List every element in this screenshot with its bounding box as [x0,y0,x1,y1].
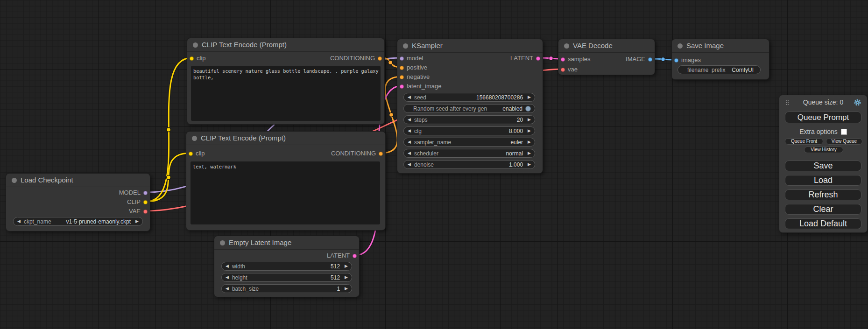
view-queue-button[interactable]: View Queue [826,138,862,145]
view-history-button[interactable]: View History [804,147,843,153]
queue-front-button[interactable]: Queue Front [785,138,823,145]
cfg-widget[interactable]: ◀ cfg 8.000 ▶ [403,126,535,135]
node-title-bar[interactable]: Empty Latent Image [214,236,359,250]
latent-output-port[interactable] [353,254,357,258]
increment-arrow-icon[interactable]: ▶ [528,162,531,167]
width-widget[interactable]: ◀ width 512 ▶ [221,262,352,271]
height-widget[interactable]: ◀ height 512 ▶ [221,273,352,282]
decrement-arrow-icon[interactable]: ◀ [408,151,411,155]
node-collapse-dot[interactable] [564,43,569,49]
clip-input-port[interactable] [190,56,194,61]
clip-input-port[interactable] [189,152,193,156]
load-button[interactable]: Load [785,175,861,186]
decrement-arrow-icon[interactable]: ◀ [408,140,411,144]
node-collapse-dot[interactable] [220,240,225,245]
node-title-bar[interactable]: Save Image [672,39,769,53]
node-collapse-dot[interactable] [192,136,197,141]
vae-output-port[interactable] [143,210,148,214]
node-title-bar[interactable]: Load Checkpoint [6,174,150,187]
increment-arrow-icon[interactable]: ▶ [528,95,531,99]
filename-prefix-widget[interactable]: filename_prefix ComfyUI [677,65,761,74]
clear-button[interactable]: Clear [785,204,861,215]
increment-arrow-icon[interactable]: ▶ [528,129,531,133]
steps-widget[interactable]: ◀ steps 20 ▶ [403,115,535,124]
increment-arrow-icon[interactable]: ▶ [135,219,139,224]
node-collapse-dot[interactable] [12,178,17,183]
negative-prompt-textarea[interactable]: text, watermark [191,161,380,224]
decrement-arrow-icon[interactable]: ◀ [408,129,411,133]
input-slot-clip[interactable]: clip [186,149,205,158]
input-slot-model[interactable]: model [397,54,423,63]
positive-input-port[interactable] [400,66,404,70]
node-vae-decode[interactable]: VAE Decode samples vae IMAGE [558,39,655,75]
output-slot-image[interactable]: IMAGE [626,55,655,64]
decrement-arrow-icon[interactable]: ◀ [226,264,229,268]
latent-image-input-port[interactable] [400,84,404,89]
vae-input-port[interactable] [561,68,565,72]
settings-gear-icon[interactable] [854,98,861,106]
node-collapse-dot[interactable] [193,42,198,48]
model-input-port[interactable] [400,56,404,61]
node-empty-latent-image[interactable]: Empty Latent Image LATENT ◀ width 512 ▶ … [214,236,360,297]
load-default-button[interactable]: Load Default [785,218,861,229]
increment-arrow-icon[interactable]: ▶ [345,264,348,268]
images-input-port[interactable] [674,58,678,63]
clip-output-port[interactable] [143,200,148,204]
random-seed-toggle[interactable]: Random seed after every gen enabled [403,104,535,113]
output-slot-clip[interactable]: CLIP [127,197,150,207]
denoise-widget[interactable]: ◀ denoise 1.000 ▶ [403,160,535,169]
positive-prompt-textarea[interactable]: beautiful scenery nature glass bottle la… [191,66,381,121]
node-graph-canvas[interactable]: Load Checkpoint MODEL CLIP VAE ◀ ckpt_na… [0,0,868,329]
output-slot-model[interactable]: MODEL [119,188,150,197]
node-save-image[interactable]: Save Image images filename_prefix ComfyU… [671,39,769,80]
sampler-name-widget[interactable]: ◀ sampler_name euler ▶ [403,138,535,147]
output-slot-latent[interactable]: LATENT [510,54,543,63]
increment-arrow-icon[interactable]: ▶ [528,118,531,122]
output-slot-conditioning[interactable]: CONDITIONING [330,54,384,63]
input-slot-clip[interactable]: clip [187,54,206,63]
batch-size-widget[interactable]: ◀ batch_size 1 ▶ [221,284,352,293]
input-slot-vae[interactable]: vae [558,65,578,74]
output-slot-conditioning[interactable]: CONDITIONING [331,149,385,158]
node-title-bar[interactable]: VAE Decode [558,39,655,53]
extra-options-checkbox[interactable] [841,129,847,135]
decrement-arrow-icon[interactable]: ◀ [408,162,411,167]
scheduler-widget[interactable]: ◀ scheduler normal ▶ [403,149,535,158]
node-collapse-dot[interactable] [403,43,408,49]
increment-arrow-icon[interactable]: ▶ [528,151,531,155]
decrement-arrow-icon[interactable]: ◀ [226,287,229,291]
conditioning-output-port[interactable] [379,152,383,156]
increment-arrow-icon[interactable]: ▶ [345,275,348,280]
model-output-port[interactable] [143,191,148,195]
negative-input-port[interactable] [400,75,404,79]
input-slot-samples[interactable]: samples [558,55,590,64]
save-button[interactable]: Save [785,161,861,171]
conditioning-output-port[interactable] [378,56,382,61]
queue-prompt-button[interactable]: Queue Prompt [785,112,861,123]
input-slot-positive[interactable]: positive [397,63,427,72]
node-title-bar[interactable]: CLIP Text Encode (Prompt) [186,132,385,145]
node-load-checkpoint[interactable]: Load Checkpoint MODEL CLIP VAE ◀ ckpt_na… [6,173,150,231]
decrement-arrow-icon[interactable]: ◀ [408,118,411,122]
input-slot-negative[interactable]: negative [397,72,430,82]
input-slot-images[interactable]: images [672,56,701,65]
node-title-bar[interactable]: KSampler [397,39,543,53]
node-clip-text-encode-positive[interactable]: CLIP Text Encode (Prompt) clip CONDITION… [187,38,385,125]
decrement-arrow-icon[interactable]: ◀ [226,275,229,280]
decrement-arrow-icon[interactable]: ◀ [408,95,411,99]
image-output-port[interactable] [648,57,652,62]
input-slot-latent-image[interactable]: latent_image [397,82,441,91]
samples-input-port[interactable] [561,57,565,62]
output-slot-latent[interactable]: LATENT [327,251,359,260]
increment-arrow-icon[interactable]: ▶ [528,140,531,144]
seed-widget[interactable]: ◀ seed 156680208700286 ▶ [403,93,535,102]
refresh-button[interactable]: Refresh [785,189,861,200]
node-ksampler[interactable]: KSampler model positive negative latent_… [397,39,543,174]
node-title-bar[interactable]: CLIP Text Encode (Prompt) [187,38,384,52]
node-collapse-dot[interactable] [677,43,683,49]
toggle-indicator-dot[interactable] [525,106,531,112]
increment-arrow-icon[interactable]: ▶ [345,287,348,291]
node-clip-text-encode-negative[interactable]: CLIP Text Encode (Prompt) clip CONDITION… [186,131,386,231]
output-slot-vae[interactable]: VAE [129,207,150,216]
latent-output-port[interactable] [536,56,540,61]
